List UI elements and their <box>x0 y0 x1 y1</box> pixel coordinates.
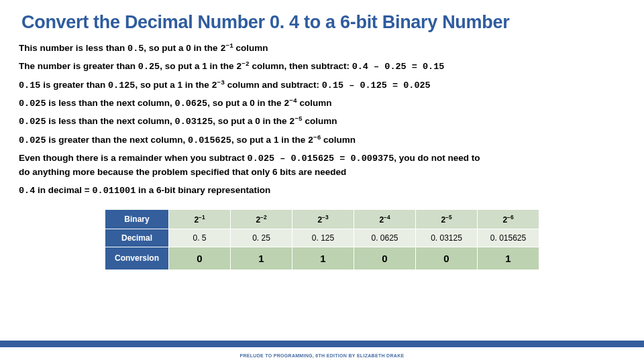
step-line: 0.025 is less than the next column, 0.06… <box>19 95 625 113</box>
step-line: 0.025 is less than the next column, 0.03… <box>19 113 625 131</box>
footer-text: PRELUDE TO PROGRAMMING, 6TH EDITION BY E… <box>0 353 644 358</box>
result-line: 0.4 in decimal = 0.011001 in a 6-bit bin… <box>19 182 625 200</box>
pow-cell: 2−5 <box>416 209 478 229</box>
step-line: 0.025 is greater than the next column, 0… <box>19 131 625 149</box>
pow-cell: 2−4 <box>354 209 416 229</box>
pow-cell: 2−6 <box>478 209 539 229</box>
row-header-conversion: Conversion <box>105 247 169 269</box>
dec-cell: 0. 25 <box>231 229 292 247</box>
conv-cell: 0 <box>416 247 478 269</box>
dec-cell: 0. 125 <box>292 229 354 247</box>
step-line: This number is less than 0.5, so put a 0… <box>19 40 625 58</box>
pow-cell: 2−2 <box>231 209 292 229</box>
content-block: This number is less than 0.5, so put a 0… <box>0 33 644 270</box>
row-header-binary: Binary <box>105 209 169 229</box>
pow-cell: 2−3 <box>292 209 354 229</box>
conv-cell: 0 <box>169 247 231 269</box>
table-row: Binary 2−1 2−2 2−3 2−4 2−5 2−6 <box>105 209 539 229</box>
table-row: Decimal 0. 5 0. 25 0. 125 0. 0625 0. 031… <box>105 229 539 247</box>
bottom-accent-bar <box>0 341 644 347</box>
conv-cell: 0 <box>354 247 416 269</box>
step-line: The number is greater than 0.25, so put … <box>19 58 625 76</box>
dec-cell: 0. 015625 <box>478 229 539 247</box>
dec-cell: 0. 5 <box>169 229 231 247</box>
step-line: 0.15 is greater than 0.125, so put a 1 i… <box>19 76 625 95</box>
conv-cell: 1 <box>292 247 354 269</box>
conv-cell: 1 <box>231 247 292 269</box>
pow-cell: 2−1 <box>169 209 231 229</box>
conv-cell: 1 <box>478 247 539 269</box>
step-line: do anything more because the problem spe… <box>19 164 625 181</box>
row-header-decimal: Decimal <box>105 229 169 247</box>
table-row: Conversion 0 1 1 0 0 1 <box>105 247 539 269</box>
page-title: Convert the Decimal Number 0. 4 to a 6-b… <box>0 0 644 33</box>
conversion-table: Binary 2−1 2−2 2−3 2−4 2−5 2−6 Decimal 0… <box>105 209 539 270</box>
dec-cell: 0. 0625 <box>354 229 416 247</box>
dec-cell: 0. 03125 <box>416 229 478 247</box>
